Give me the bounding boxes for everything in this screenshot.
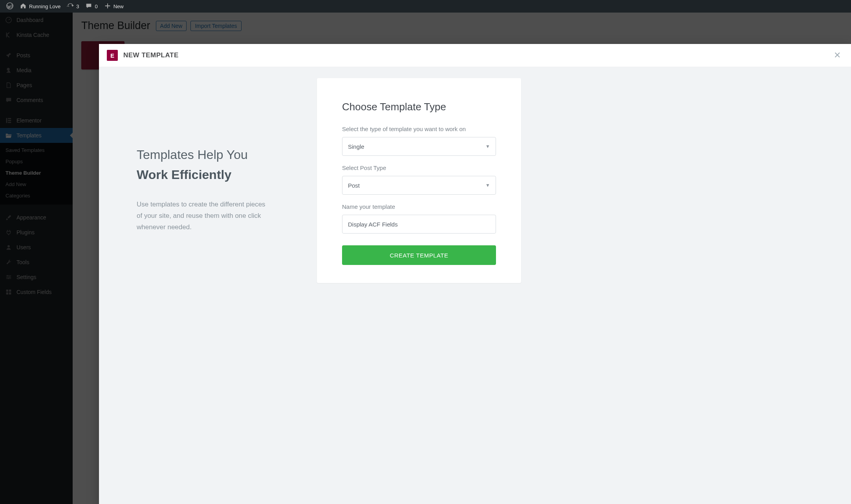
intro-heading-line2: Work Efficiently xyxy=(137,165,317,185)
wp-logo[interactable] xyxy=(3,0,16,13)
post-type-label: Select Post Type xyxy=(342,164,496,171)
plus-icon xyxy=(104,2,111,11)
post-type-select[interactable]: Post ▼ xyxy=(342,176,496,195)
select-value: Single xyxy=(348,143,364,150)
new-content-link[interactable]: New xyxy=(101,0,127,13)
modal-intro: Templates Help You Work Efficiently Use … xyxy=(99,78,317,233)
admin-bar: Running Love 3 0 New xyxy=(0,0,851,13)
intro-heading-line1: Templates Help You xyxy=(137,148,248,162)
create-template-button[interactable]: CREATE TEMPLATE xyxy=(342,245,496,265)
modal-title: NEW TEMPLATE xyxy=(123,51,179,59)
chevron-down-icon: ▼ xyxy=(485,144,490,149)
form-heading: Choose Template Type xyxy=(342,101,496,113)
site-name: Running Love xyxy=(29,4,60,9)
new-template-modal: E NEW TEMPLATE ✕ Templates Help You Work… xyxy=(99,44,851,504)
template-type-label: Select the type of template you want to … xyxy=(342,126,496,132)
modal-header: E NEW TEMPLATE ✕ xyxy=(99,44,851,67)
template-name-input[interactable] xyxy=(342,215,496,234)
template-name-label: Name your template xyxy=(342,203,496,210)
comments-count: 0 xyxy=(95,4,97,9)
elementor-badge-icon: E xyxy=(107,50,118,61)
updates-link[interactable]: 3 xyxy=(64,0,82,13)
close-icon[interactable]: ✕ xyxy=(831,50,843,60)
home-icon xyxy=(20,2,27,11)
select-value: Post xyxy=(348,182,360,189)
intro-description: Use templates to create the different pi… xyxy=(137,199,270,233)
wordpress-icon xyxy=(6,2,13,11)
refresh-icon xyxy=(67,2,74,11)
template-form: Choose Template Type Select the type of … xyxy=(317,78,521,283)
site-home-link[interactable]: Running Love xyxy=(16,0,64,13)
comment-icon xyxy=(85,2,92,11)
template-type-select[interactable]: Single ▼ xyxy=(342,137,496,156)
new-label: New xyxy=(113,4,124,9)
comments-link[interactable]: 0 xyxy=(82,0,101,13)
updates-count: 3 xyxy=(76,4,79,9)
chevron-down-icon: ▼ xyxy=(485,183,490,188)
